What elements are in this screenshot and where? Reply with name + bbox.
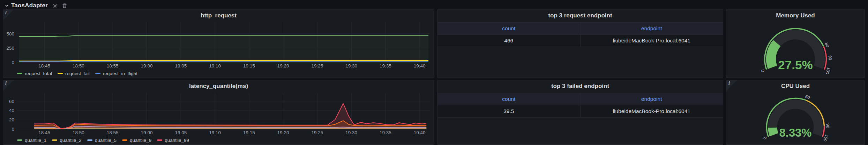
- legend-swatch: [58, 73, 63, 74]
- column-header-endpoint[interactable]: endpoint: [581, 93, 723, 105]
- panel-latency-quantile: i latency_quantile(ms) 020406018:4518:50…: [3, 80, 434, 145]
- legend-item-quantile_1[interactable]: quantile_1: [17, 138, 46, 143]
- series-lines: [19, 35, 428, 62]
- trash-icon[interactable]: [62, 3, 67, 8]
- chevron-down-icon: [5, 4, 9, 8]
- latency-quantile-chart: 020406018:4518:5018:5519:0019:0519:1019:…: [3, 90, 434, 136]
- svg-text:60: 60: [805, 94, 811, 100]
- svg-text:0: 0: [762, 136, 768, 140]
- request-endpoint-table: count endpoint 466 liubeideMacBook-Pro.l…: [437, 22, 723, 47]
- svg-text:80: 80: [824, 42, 830, 48]
- gear-icon[interactable]: [52, 3, 58, 8]
- svg-text:40: 40: [9, 108, 14, 113]
- svg-text:19:35: 19:35: [380, 130, 391, 135]
- svg-text:19:35: 19:35: [380, 63, 391, 69]
- legend-item-request_total[interactable]: request_total: [17, 71, 52, 76]
- axis-labels: 020406018:4518:5018:5519:0019:0519:1019:…: [9, 99, 426, 135]
- column-header-count[interactable]: count: [437, 93, 581, 105]
- svg-text:19:20: 19:20: [277, 63, 289, 69]
- gauge-value: 8.33%: [779, 126, 812, 139]
- svg-text:19:25: 19:25: [311, 63, 323, 69]
- row-title-toggle[interactable]: TaosAdapter: [5, 2, 48, 9]
- legend-label: quantile_1: [25, 138, 46, 143]
- legend-label: quantile_2: [60, 138, 81, 143]
- legend-label: request_fail: [65, 71, 90, 76]
- legend-item-request_fail[interactable]: request_fail: [58, 71, 90, 76]
- svg-text:500: 500: [6, 31, 14, 37]
- panel-cpu-used: i CPU Used 060901008.33%: [726, 80, 865, 145]
- chart-legend: request_totalrequest_failrequest_in_flig…: [3, 69, 434, 78]
- column-header-count[interactable]: count: [437, 23, 581, 34]
- chart-legend: quantile_1quantile_2quantile_5quantile_9…: [3, 136, 434, 144]
- info-icon: i: [5, 81, 7, 86]
- legend-swatch: [87, 139, 92, 141]
- svg-text:19:05: 19:05: [175, 63, 187, 69]
- legend-swatch: [17, 73, 22, 74]
- panel-info-corner[interactable]: i: [3, 10, 14, 20]
- row-title: TaosAdapter: [11, 2, 48, 9]
- svg-text:18:50: 18:50: [73, 63, 84, 69]
- legend-item-quantile_9[interactable]: quantile_9: [122, 138, 151, 143]
- table-header-row: count endpoint: [437, 93, 723, 105]
- info-icon: i: [5, 10, 7, 16]
- panel-http-request: i http_request 025050018:4518:5018:5519:…: [3, 9, 434, 78]
- series-lines: [34, 104, 426, 129]
- svg-text:19:40: 19:40: [414, 63, 426, 69]
- legend-item-request_in_flight[interactable]: request_in_flight: [95, 71, 137, 76]
- panel-title[interactable]: latency_quantile(ms): [3, 80, 434, 90]
- svg-text:0: 0: [760, 69, 766, 73]
- cell-endpoint: liubeideMacBook-Pro.local:6041: [581, 35, 723, 47]
- panel-title[interactable]: CPU Used: [726, 80, 865, 90]
- svg-text:0: 0: [12, 60, 14, 65]
- panel-info-corner[interactable]: i: [726, 80, 737, 91]
- legend-label: request_total: [25, 71, 52, 76]
- http-request-chart: 025050018:4518:5018:5519:0019:0519:1019:…: [3, 19, 434, 69]
- svg-text:19:30: 19:30: [345, 130, 357, 135]
- svg-text:90: 90: [828, 55, 832, 60]
- panel-title[interactable]: top 3 failed endpoint: [437, 80, 723, 90]
- svg-text:90: 90: [825, 123, 830, 128]
- legend-label: quantile_9: [130, 138, 151, 143]
- svg-text:20: 20: [9, 117, 14, 122]
- panel-title[interactable]: top 3 request endpoint: [437, 10, 723, 19]
- legend-item-quantile_99[interactable]: quantile_99: [157, 138, 189, 143]
- svg-text:19:25: 19:25: [311, 130, 323, 135]
- legend-swatch: [122, 139, 127, 141]
- table-row: 39.5 liubeideMacBook-Pro.local:6041: [437, 105, 723, 118]
- legend-label: request_in_flight: [103, 71, 137, 76]
- dashboard-row-header: TaosAdapter: [0, 0, 868, 9]
- svg-text:19:30: 19:30: [345, 63, 357, 69]
- svg-text:0: 0: [12, 127, 14, 132]
- svg-text:18:45: 18:45: [38, 63, 50, 69]
- column-header-endpoint[interactable]: endpoint: [581, 23, 723, 34]
- svg-text:19:40: 19:40: [414, 130, 426, 135]
- legend-swatch: [52, 139, 57, 141]
- cell-endpoint: liubeideMacBook-Pro.local:6041: [581, 105, 723, 117]
- panel-title[interactable]: http_request: [3, 10, 434, 19]
- memory-gauge: 0809010027.5%: [726, 19, 865, 78]
- legend-swatch: [17, 139, 22, 141]
- panel-grid: i http_request 025050018:4518:5018:5519:…: [0, 9, 868, 145]
- gauge-value: 27.5%: [778, 58, 813, 72]
- legend-label: quantile_99: [165, 138, 189, 143]
- svg-text:18:50: 18:50: [73, 130, 84, 135]
- svg-text:60: 60: [9, 99, 14, 104]
- panel-info-corner[interactable]: i: [3, 80, 14, 91]
- legend-label: quantile_5: [95, 138, 117, 143]
- svg-text:18:55: 18:55: [107, 63, 119, 69]
- cpu-gauge: 060901008.33%: [726, 90, 865, 144]
- info-icon: i: [728, 81, 730, 86]
- panel-title[interactable]: Memory Used: [726, 10, 865, 19]
- table-header-row: count endpoint: [437, 22, 723, 35]
- table-row: 466 liubeideMacBook-Pro.local:6041: [437, 35, 723, 47]
- svg-text:18:55: 18:55: [107, 130, 119, 135]
- cell-count: 39.5: [437, 105, 581, 117]
- svg-text:19:10: 19:10: [209, 130, 221, 135]
- svg-text:19:00: 19:00: [141, 63, 153, 69]
- legend-item-quantile_5[interactable]: quantile_5: [87, 138, 117, 143]
- panel-top-failed-endpoint: top 3 failed endpoint count endpoint 39.…: [437, 80, 723, 145]
- legend-item-quantile_2[interactable]: quantile_2: [52, 138, 81, 143]
- panel-memory-used: Memory Used 0809010027.5%: [726, 9, 865, 78]
- svg-text:19:10: 19:10: [209, 63, 221, 69]
- svg-text:19:05: 19:05: [175, 130, 187, 135]
